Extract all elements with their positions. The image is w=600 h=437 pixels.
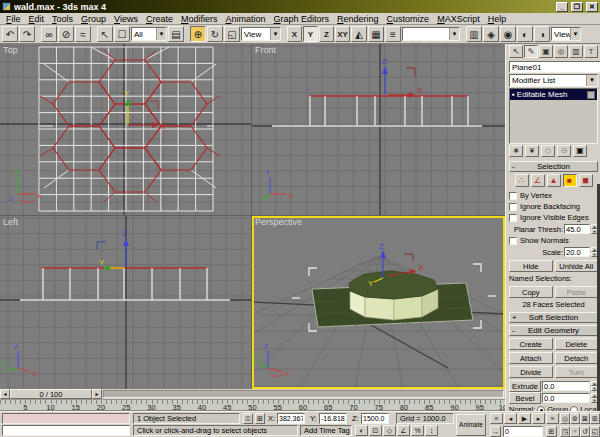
minimize-button[interactable]: _ (556, 2, 568, 12)
modifier-list-dropdown[interactable]: Modifier List ▼ (509, 74, 598, 87)
modifier-stack-list[interactable]: ▪ Editable Mesh (509, 88, 598, 144)
min-max-toggle-button[interactable]: ◱ (590, 426, 600, 437)
stack-item-editable-mesh[interactable]: ▪ Editable Mesh (510, 89, 597, 100)
select-and-scale-button[interactable]: ◱ (224, 26, 240, 42)
menu-views[interactable]: Views (110, 14, 142, 24)
bind-to-space-warp-button[interactable]: ≈ (75, 26, 91, 42)
open-schematic-view-button[interactable]: ◈ (483, 26, 499, 42)
pan-button[interactable]: ☞ (570, 426, 580, 437)
menu-customize[interactable]: Customize (383, 14, 434, 24)
previous-frame-button[interactable]: ◂ (504, 413, 517, 424)
face-mode-button[interactable]: ▲ (547, 174, 561, 187)
zoom-extents-all-button[interactable]: ⊞ (590, 413, 600, 424)
object-name-field[interactable] (509, 61, 600, 73)
maxscript-mini-listener-output[interactable] (2, 413, 130, 424)
go-to-start-button[interactable]: « (490, 413, 503, 424)
select-and-rotate-button[interactable]: ↻ (207, 26, 223, 42)
modify-tab[interactable]: ✎ (524, 45, 538, 58)
next-frame-button[interactable]: ▸ (532, 413, 545, 424)
show-normals-checkbox[interactable] (509, 237, 517, 245)
select-by-name-button[interactable]: ▤ (168, 26, 184, 42)
degradation-override-toggle[interactable]: ◐ (355, 425, 368, 436)
redo-button[interactable]: ↷ (19, 26, 35, 42)
viewport-left[interactable]: Left ZYzyx (0, 216, 251, 389)
render-scene-button[interactable]: ◐ (517, 26, 533, 42)
open-track-view-button[interactable]: ▥ (466, 26, 482, 42)
viewport-front[interactable]: Front ZXzx (252, 44, 505, 215)
detach-button[interactable]: Detach (555, 352, 599, 364)
bevel-button[interactable]: Bevel (509, 392, 541, 404)
restrict-x-button[interactable]: X (287, 26, 302, 42)
maximize-button[interactable]: ❐ (571, 2, 583, 12)
polygon-mode-button[interactable]: ■ (563, 174, 577, 187)
menu-file[interactable]: File (2, 14, 25, 24)
window-crossing-toggle[interactable]: ⊡ (369, 425, 382, 436)
soft-selection-rollout-header[interactable]: + Soft Selection (509, 312, 598, 323)
selection-lock-icon[interactable]: ⚿ (243, 413, 253, 424)
close-button[interactable]: ✕ (586, 2, 598, 12)
zoom-extents-button[interactable]: ⊠ (580, 413, 590, 424)
select-and-link-button[interactable]: ∞ (41, 26, 57, 42)
reference-coordinate-dropdown[interactable]: View▼ (241, 27, 281, 41)
create-button[interactable]: Create (509, 338, 553, 350)
selection-rollout-header[interactable]: - Selection (509, 161, 598, 172)
percent-snap-toggle[interactable]: % (411, 425, 424, 436)
by-vertex-checkbox[interactable] (509, 192, 517, 200)
delete-button[interactable]: Delete (555, 338, 599, 350)
edge-mode-button[interactable]: ∠ (531, 174, 545, 187)
maxscript-mini-listener-input[interactable] (2, 425, 130, 436)
scale-field[interactable] (564, 247, 590, 257)
time-slider-track[interactable] (103, 390, 504, 398)
menu-help[interactable]: Help (484, 14, 511, 24)
divide-button[interactable]: Divide (509, 366, 553, 378)
go-to-end-button[interactable]: » (546, 413, 559, 424)
stack-item-bulb-icon[interactable] (587, 91, 595, 99)
z-coord-field[interactable] (361, 413, 389, 424)
zoom-button[interactable]: ◎ (560, 413, 570, 424)
unlink-selection-button[interactable]: ⊘ (58, 26, 74, 42)
angle-snap-toggle[interactable]: ∠ (397, 425, 410, 436)
menu-create[interactable]: Create (142, 14, 177, 24)
arc-rotate-button[interactable]: ↺ (580, 426, 590, 437)
hierarchy-tab[interactable]: ▣ (539, 45, 553, 58)
render-type-dropdown[interactable]: View▼ (551, 27, 581, 41)
display-tab[interactable]: ▥ (569, 45, 583, 58)
planar-thresh-field[interactable] (564, 224, 590, 234)
time-slider-next-button[interactable]: ▸ (92, 389, 102, 399)
extrude-button[interactable]: Extrude (509, 380, 541, 392)
attach-button[interactable]: Attach (509, 352, 553, 364)
key-mode-toggle[interactable]: → (490, 426, 501, 437)
select-and-move-button[interactable]: ⊕ (190, 26, 206, 42)
select-object-button[interactable]: ↖ (97, 26, 113, 42)
menu-graph-editors[interactable]: Graph Editors (270, 14, 334, 24)
animate-button[interactable]: Animate (456, 414, 486, 436)
edit-geometry-rollout-header[interactable]: - Edit Geometry (509, 325, 598, 336)
mirror-button[interactable]: ◭ (351, 26, 367, 42)
menu-rendering[interactable]: Rendering (333, 14, 383, 24)
extrude-field[interactable] (542, 381, 590, 391)
time-slider-prev-button[interactable]: ◂ (0, 389, 10, 399)
x-coord-field[interactable] (277, 413, 305, 424)
restrict-z-button[interactable]: Z (319, 26, 334, 42)
pin-stack-button[interactable]: ∗ (509, 145, 523, 157)
region-zoom-button[interactable]: ◳ (560, 426, 570, 437)
absolute-offset-toggle-icon[interactable]: ⊞ (255, 413, 265, 424)
named-selection-sets-dropdown[interactable]: ▼ (402, 27, 460, 41)
vertex-mode-button[interactable]: ∴ (515, 174, 529, 187)
bevel-field[interactable] (542, 393, 590, 403)
ignore-backfacing-checkbox[interactable] (509, 203, 517, 211)
time-configuration-button[interactable]: ⊞ (546, 426, 557, 437)
current-frame-field[interactable] (503, 426, 543, 437)
track-bar-ruler[interactable]: 5101520253035404550556065707580859095100 (0, 400, 505, 411)
menu-group[interactable]: Group (77, 14, 110, 24)
unhide-all-button[interactable]: Unhide All (555, 260, 599, 272)
utilities-tab[interactable]: T (584, 45, 598, 58)
restrict-y-button[interactable]: Y (303, 26, 318, 42)
viewport-top[interactable]: Top YXyxz (0, 44, 251, 215)
zoom-all-button[interactable]: ⊚ (570, 413, 580, 424)
material-editor-button[interactable]: ◉ (500, 26, 516, 42)
ignore-visible-edges-checkbox[interactable] (509, 214, 517, 222)
add-time-tag[interactable]: Add Time Tag (300, 425, 352, 436)
time-slider-handle[interactable]: 0 / 100 (10, 389, 92, 399)
motion-tab[interactable]: ◎ (554, 45, 568, 58)
